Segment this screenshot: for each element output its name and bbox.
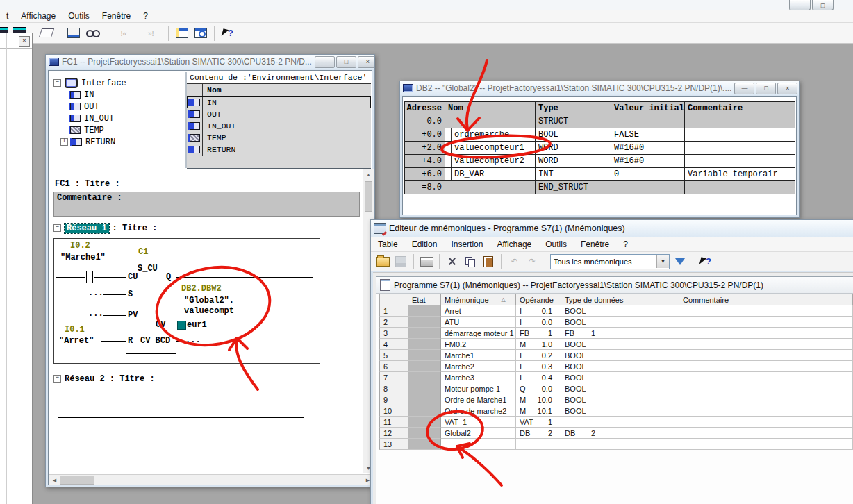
menu-item-help[interactable]: ? bbox=[616, 240, 635, 249]
db2-row-ordremarche[interactable]: +0.0 ordremarche BOOL FALSE bbox=[405, 128, 795, 142]
counter-type[interactable]: S_CU bbox=[138, 264, 158, 274]
menu-item-help[interactable]: ? bbox=[137, 11, 154, 21]
contact-symbol[interactable]: "Marche1" bbox=[60, 253, 106, 262]
db2-minimize-button[interactable]: — bbox=[734, 83, 754, 94]
undo-icon[interactable]: ↶ bbox=[506, 254, 522, 269]
db2-row-valuecompteur1[interactable]: +2.0 valuecompteur1 WORD W#16#0 bbox=[405, 142, 795, 155]
contents-row-in-out[interactable]: IN_OUT bbox=[187, 120, 371, 132]
dropdown-icon[interactable]: ▼ bbox=[656, 255, 669, 268]
col-commentaire[interactable]: Commentaire bbox=[679, 294, 853, 305]
counter-address[interactable]: C1 bbox=[138, 247, 148, 257]
context-help-icon[interactable]: ? bbox=[698, 254, 713, 269]
tree-item-interface[interactable]: − Interface bbox=[53, 77, 185, 89]
block-title[interactable]: FC1 : Titre : bbox=[55, 179, 120, 189]
save-icon[interactable] bbox=[393, 254, 408, 269]
col-mnemonique[interactable]: Mnémonique△ bbox=[441, 294, 516, 305]
network1-header[interactable]: − Réseau 1 : Titre : bbox=[53, 222, 157, 234]
tree-item-in-out[interactable]: IN_OUT bbox=[70, 112, 185, 124]
goto-next-icon[interactable]: »! bbox=[139, 26, 163, 41]
filter-select[interactable]: Tous les mnémoniques ▼ bbox=[550, 254, 670, 269]
main-minimize-button[interactable]: — bbox=[789, 0, 811, 10]
cv-operand-symbol-line2[interactable]: valuecompt bbox=[184, 306, 234, 316]
scroll-up-icon[interactable]: ▲ bbox=[363, 169, 374, 180]
db2-row-valuecompteur2[interactable]: +4.0 valuecompteur2 WORD W#16#0 bbox=[405, 155, 795, 168]
contents-row-return[interactable]: RETURN bbox=[187, 144, 371, 156]
menu-item-outils[interactable]: Outils bbox=[538, 240, 574, 249]
fc1-close-button[interactable]: × bbox=[358, 56, 374, 68]
menu-item-affichage[interactable]: Affichage bbox=[490, 240, 538, 249]
db2-restore-button[interactable]: □ bbox=[756, 83, 776, 94]
contents-row-temp[interactable]: TEMP bbox=[187, 132, 371, 144]
detail-view-icon[interactable] bbox=[193, 26, 208, 41]
contents-row-in[interactable]: IN bbox=[187, 96, 371, 108]
col-operande[interactable]: Opérande bbox=[516, 294, 561, 305]
db2-titlebar[interactable]: DB2 -- "Global2" -- ProjetFactoryessai1\… bbox=[400, 81, 799, 95]
network2-header[interactable]: − Réseau 2 : Titre : bbox=[53, 373, 155, 385]
symbol-editor-titlebar[interactable]: Editeur de mnémoniques - Programme S7(1)… bbox=[371, 220, 853, 237]
comment-box[interactable]: Commentaire : bbox=[53, 192, 360, 217]
s-empty-operand[interactable]: ... bbox=[88, 288, 103, 298]
menu-item-table[interactable]: Table bbox=[371, 240, 405, 249]
ladder-editor-pane[interactable]: FC1 : Titre : Commentaire : − Réseau 1 :… bbox=[49, 169, 363, 473]
db2-close-button[interactable]: × bbox=[777, 83, 797, 94]
menu-item-fenetre[interactable]: Fenêtre bbox=[574, 240, 616, 249]
eraser-icon[interactable] bbox=[39, 26, 54, 41]
dock-close-icon[interactable]: × bbox=[19, 36, 30, 47]
paste-icon[interactable] bbox=[481, 254, 496, 269]
filter-funnel-icon[interactable] bbox=[672, 254, 688, 269]
sort-ascending-icon: △ bbox=[502, 296, 506, 303]
monitor-glasses-icon[interactable] bbox=[85, 26, 100, 41]
scrollbar-thumb[interactable] bbox=[60, 476, 94, 485]
temp-declaration-icon bbox=[70, 126, 81, 134]
document-icon bbox=[380, 279, 390, 291]
menu-item-fenetre[interactable]: Fenêtre bbox=[96, 11, 137, 21]
tree-item-temp[interactable]: TEMP bbox=[70, 124, 185, 136]
contact-address[interactable]: I0.2 bbox=[70, 241, 90, 251]
fc1-restore-button[interactable]: □ bbox=[336, 56, 356, 68]
menu-item-affichage[interactable]: Affichage bbox=[15, 11, 62, 21]
menu-item-insertion[interactable]: Insertion bbox=[444, 240, 490, 249]
symbol-table-titlebar[interactable]: Programme S7(1) (Mnémoniques) -- ProjetF… bbox=[376, 277, 853, 294]
fc1-titlebar[interactable]: FC1 -- ProjetFactoryessai1\Station SIMAT… bbox=[46, 55, 374, 69]
network1-label[interactable]: Réseau 1 bbox=[65, 224, 109, 233]
collapse-icon[interactable]: − bbox=[53, 375, 61, 383]
col-etat[interactable]: Etat bbox=[408, 294, 441, 305]
contents-column-header[interactable]: Nom bbox=[187, 84, 371, 96]
open-icon[interactable] bbox=[375, 254, 390, 269]
tree-item-return[interactable]: + RETURN bbox=[60, 136, 185, 148]
scrollbar-thumb[interactable] bbox=[365, 181, 372, 212]
tree-item-out[interactable]: OUT bbox=[70, 101, 185, 112]
cvbcd-empty-operand[interactable]: ... bbox=[185, 335, 201, 345]
display-variable-icon[interactable] bbox=[66, 26, 81, 41]
redo-icon[interactable]: ↷ bbox=[524, 254, 540, 269]
collapse-icon[interactable]: − bbox=[53, 79, 61, 87]
col-type[interactable]: Type de données bbox=[561, 294, 679, 305]
menu-item-edition[interactable]: Edition bbox=[405, 240, 445, 249]
scroll-left-icon[interactable]: ◀ bbox=[49, 475, 60, 485]
horizontal-scrollbar[interactable]: ◀ ▶ bbox=[49, 474, 373, 485]
db2-row-endstruct[interactable]: =8.0 END_STRUCT bbox=[405, 181, 795, 194]
cv-operand-symbol-line3[interactable]: eur1 bbox=[187, 320, 207, 330]
menu-item-partial[interactable]: t bbox=[0, 11, 15, 21]
context-help-icon[interactable]: ? bbox=[220, 26, 235, 41]
cv-operand-symbol-line1[interactable]: "Global2". bbox=[184, 296, 234, 305]
goto-previous-icon[interactable]: !« bbox=[112, 26, 135, 41]
fc1-minimize-button[interactable]: — bbox=[315, 56, 335, 68]
print-icon[interactable] bbox=[419, 254, 434, 269]
contents-row-out[interactable]: OUT bbox=[187, 108, 371, 120]
pin-s: S bbox=[128, 289, 133, 299]
cut-icon[interactable] bbox=[445, 254, 460, 269]
overview-window-icon[interactable] bbox=[174, 26, 190, 41]
cv-operand-address[interactable]: DB2.DBW2 bbox=[181, 284, 222, 294]
pv-empty-operand[interactable]: ... bbox=[88, 309, 103, 319]
db2-row-struct[interactable]: 0.0 STRUCT bbox=[405, 115, 795, 128]
db2-row-dbvar[interactable]: +6.0 DB_VAR INT 0 Variable temporair bbox=[405, 168, 795, 181]
expand-icon[interactable]: + bbox=[60, 138, 68, 146]
tree-item-in[interactable]: IN bbox=[70, 89, 185, 101]
main-maximize-button[interactable]: □ bbox=[812, 0, 834, 10]
menu-item-outils[interactable]: Outils bbox=[62, 11, 96, 21]
copy-icon[interactable] bbox=[463, 254, 478, 269]
reset-symbol[interactable]: "Arret" bbox=[59, 336, 94, 346]
collapse-icon[interactable]: − bbox=[53, 224, 61, 232]
reset-address[interactable]: I0.1 bbox=[65, 325, 85, 335]
